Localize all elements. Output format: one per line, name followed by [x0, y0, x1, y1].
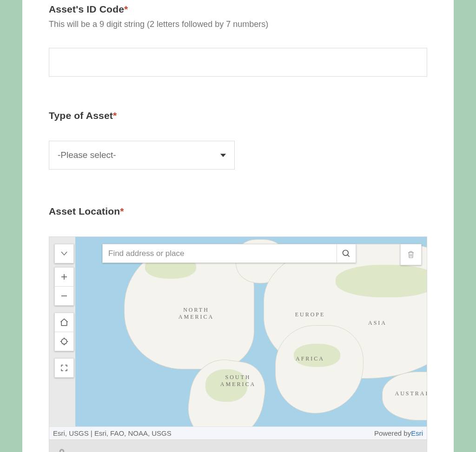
map-coordinate-bar — [49, 440, 427, 452]
chevron-down-icon — [220, 154, 226, 157]
map-search-input[interactable] — [102, 244, 337, 263]
required-mark: * — [124, 4, 128, 14]
pin-icon — [58, 447, 66, 452]
search-icon — [342, 249, 351, 258]
map-fullscreen-button[interactable] — [54, 358, 74, 378]
svg-point-0 — [343, 250, 349, 255]
map-home-button[interactable] — [54, 313, 74, 332]
required-mark: * — [120, 206, 124, 216]
svg-point-5 — [61, 339, 67, 344]
asset-type-label: Type of Asset* — [49, 110, 427, 121]
plus-icon — [60, 273, 68, 281]
landmass — [275, 325, 364, 413]
map-locate-button[interactable] — [54, 332, 74, 351]
map-clear-button[interactable] — [400, 244, 422, 265]
map-search-mode-button[interactable] — [54, 244, 74, 263]
home-icon — [60, 318, 69, 327]
map-attribution: Esri, USGS | Esri, FAO, NOAA, USGS Power… — [49, 426, 427, 439]
asset-type-select[interactable]: -Please select- — [49, 141, 235, 170]
esri-link[interactable]: Esri — [411, 429, 423, 437]
asset-type-placeholder: -Please select- — [58, 150, 220, 160]
map-attribution-right-prefix: Powered by — [374, 429, 411, 437]
map-frame: NORTH AMERICA SOUTH AMERICA EUROPE AFRIC… — [49, 236, 427, 440]
landmass — [382, 372, 427, 420]
asset-location-label: Asset Location* — [49, 206, 427, 217]
label-text: Asset Location — [49, 206, 120, 216]
trash-icon — [407, 250, 415, 259]
map-fullscreen-controls — [54, 358, 74, 378]
locate-icon — [60, 337, 69, 346]
vegetation — [205, 369, 247, 402]
asset-id-field: Asset's ID Code* This will be a 9 digit … — [49, 4, 427, 77]
asset-id-hint: This will be a 9 digit string (2 letters… — [49, 20, 427, 29]
asset-location-field: Asset Location* NORTH AMERICA SOUTH — [49, 206, 427, 452]
map-search — [102, 244, 356, 263]
zoom-out-button[interactable] — [54, 286, 74, 306]
asset-id-label: Asset's ID Code* — [49, 4, 427, 15]
vegetation — [336, 265, 427, 297]
asset-id-input[interactable] — [49, 48, 427, 77]
fullscreen-icon — [60, 364, 68, 372]
zoom-in-button[interactable] — [54, 267, 74, 287]
svg-line-1 — [348, 255, 350, 256]
map-attribution-left: Esri, USGS | Esri, FAO, NOAA, USGS — [53, 429, 172, 437]
chevron-down-outline-icon — [61, 252, 67, 255]
map-nav-controls — [54, 313, 74, 351]
label-text: Asset's ID Code — [49, 4, 124, 14]
asset-type-field: Type of Asset* -Please select- — [49, 110, 427, 170]
minus-icon — [60, 292, 68, 300]
label-text: Type of Asset — [49, 110, 113, 121]
map-zoom-controls — [54, 267, 74, 306]
vegetation — [294, 344, 340, 367]
map-search-button[interactable] — [337, 244, 356, 263]
required-mark: * — [113, 110, 117, 121]
map-canvas[interactable]: NORTH AMERICA SOUTH AMERICA EUROPE AFRIC… — [75, 237, 427, 426]
